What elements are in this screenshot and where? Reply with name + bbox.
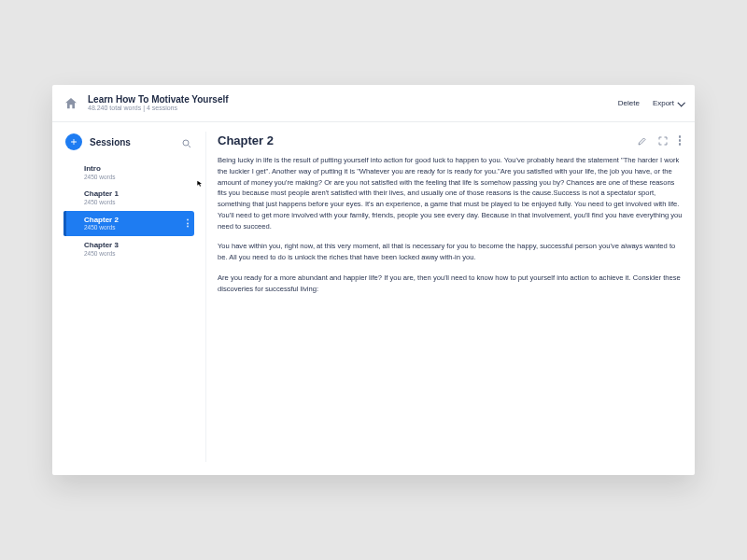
export-button[interactable]: Export bbox=[653, 99, 684, 107]
session-title: Chapter 1 bbox=[84, 189, 187, 199]
search-icon[interactable] bbox=[181, 136, 192, 147]
project-subtitle: 48.240 total words | 4 sessions bbox=[88, 105, 229, 112]
edit-icon[interactable] bbox=[637, 135, 648, 147]
sidebar-head: Sessions bbox=[63, 132, 194, 160]
header: Learn How To Motivate Yourself 48.240 to… bbox=[52, 85, 695, 122]
session-title: Chapter 2 bbox=[84, 216, 187, 225]
sessions-heading: Sessions bbox=[90, 137, 174, 147]
svg-line-1 bbox=[189, 146, 191, 148]
session-sub: 2450 words bbox=[84, 174, 187, 181]
session-sub: 2450 words bbox=[84, 250, 187, 258]
main-head: Chapter 2 bbox=[218, 132, 684, 155]
session-sub: 2450 words bbox=[84, 224, 187, 231]
sidebar: Sessions Intro 2450 words Chapter 1 2450… bbox=[63, 132, 194, 462]
content-body: Being lucky in life is the result of put… bbox=[218, 155, 684, 462]
sidebar-item-chapter-3[interactable]: Chapter 3 2450 words bbox=[63, 236, 194, 261]
project-title-block: Learn How To Motivate Yourself 48.240 to… bbox=[88, 94, 229, 113]
app-window: Learn How To Motivate Yourself 48.240 to… bbox=[52, 85, 695, 475]
drag-handle-icon[interactable] bbox=[187, 219, 189, 228]
chevron-down-icon bbox=[677, 99, 684, 106]
project-title: Learn How To Motivate Yourself bbox=[88, 94, 229, 105]
paragraph: Being lucky in life is the result of put… bbox=[218, 155, 684, 231]
add-session-button[interactable] bbox=[65, 133, 82, 150]
paragraph: Are you ready for a more abundant and ha… bbox=[218, 273, 684, 295]
session-sub: 2450 words bbox=[84, 199, 187, 206]
svg-point-0 bbox=[183, 140, 189, 146]
home-icon[interactable] bbox=[63, 96, 78, 111]
sidebar-item-chapter-1[interactable]: Chapter 1 2450 words bbox=[63, 185, 194, 210]
paragraph: You have within you, right now, at this … bbox=[218, 241, 684, 263]
chapter-title: Chapter 2 bbox=[218, 133, 627, 147]
plus-icon bbox=[69, 137, 78, 147]
sidebar-item-intro[interactable]: Intro 2450 words bbox=[63, 160, 194, 185]
session-title: Intro bbox=[84, 164, 187, 174]
vertical-divider bbox=[205, 132, 206, 462]
sidebar-item-chapter-2[interactable]: Chapter 2 2450 words bbox=[63, 211, 194, 236]
expand-icon[interactable] bbox=[657, 135, 669, 147]
session-list: Intro 2450 words Chapter 1 2450 words Ch… bbox=[63, 160, 194, 262]
export-label: Export bbox=[653, 99, 674, 107]
delete-label: Delete bbox=[618, 99, 640, 107]
delete-button[interactable]: Delete bbox=[618, 99, 640, 107]
body: Sessions Intro 2450 words Chapter 1 2450… bbox=[52, 122, 695, 475]
cursor-icon bbox=[196, 180, 204, 188]
main: Chapter 2 Being lucky in life is the res… bbox=[218, 132, 684, 462]
session-title: Chapter 3 bbox=[84, 241, 187, 250]
more-menu-icon[interactable] bbox=[678, 134, 683, 147]
